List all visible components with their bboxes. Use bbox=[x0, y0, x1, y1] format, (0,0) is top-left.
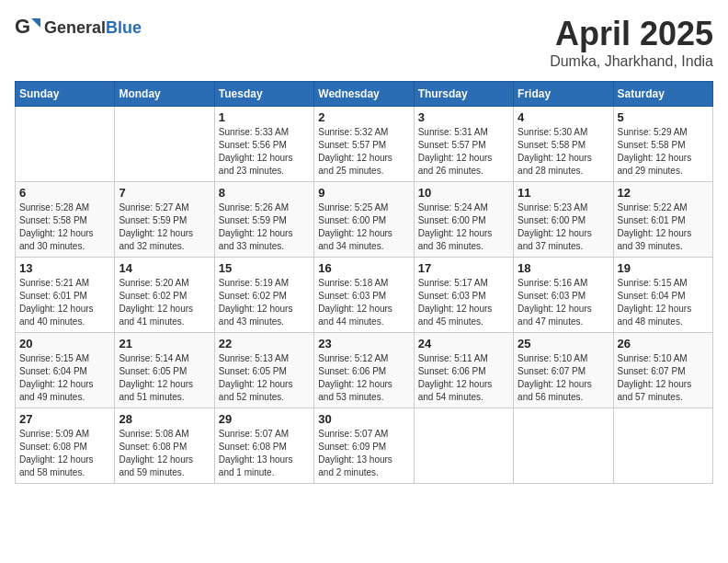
calendar-day-cell: 26Sunrise: 5:10 AM Sunset: 6:07 PM Dayli… bbox=[613, 333, 712, 408]
calendar-day-cell: 5Sunrise: 5:29 AM Sunset: 5:58 PM Daylig… bbox=[613, 107, 712, 182]
calendar-day-cell bbox=[514, 408, 613, 484]
day-number: 15 bbox=[219, 261, 310, 275]
day-number: 10 bbox=[418, 186, 509, 200]
calendar-day-cell: 17Sunrise: 5:17 AM Sunset: 6:03 PM Dayli… bbox=[414, 258, 513, 333]
calendar-day-cell bbox=[613, 408, 712, 484]
calendar-weekday-header: Friday bbox=[514, 82, 613, 107]
day-info: Sunrise: 5:32 AM Sunset: 5:57 PM Dayligh… bbox=[318, 126, 409, 178]
day-number: 30 bbox=[318, 412, 409, 426]
calendar-day-cell: 1Sunrise: 5:33 AM Sunset: 5:56 PM Daylig… bbox=[214, 107, 313, 182]
calendar-day-cell bbox=[115, 107, 214, 182]
day-number: 17 bbox=[418, 261, 509, 275]
calendar-weekday-header: Wednesday bbox=[314, 82, 414, 107]
day-number: 14 bbox=[119, 261, 210, 275]
logo-blue-text: Blue bbox=[106, 18, 142, 37]
day-number: 22 bbox=[219, 337, 310, 350]
day-number: 9 bbox=[318, 186, 409, 200]
day-info: Sunrise: 5:26 AM Sunset: 5:59 PM Dayligh… bbox=[219, 201, 310, 253]
day-info: Sunrise: 5:08 AM Sunset: 6:08 PM Dayligh… bbox=[119, 428, 210, 479]
day-info: Sunrise: 5:10 AM Sunset: 6:07 PM Dayligh… bbox=[518, 352, 609, 404]
calendar-day-cell: 3Sunrise: 5:31 AM Sunset: 5:57 PM Daylig… bbox=[414, 107, 513, 182]
day-number: 24 bbox=[418, 337, 509, 350]
calendar-day-cell: 23Sunrise: 5:12 AM Sunset: 6:06 PM Dayli… bbox=[314, 333, 414, 408]
day-number: 2 bbox=[318, 110, 409, 124]
location-title: Dumka, Jharkhand, India bbox=[550, 53, 713, 70]
day-number: 28 bbox=[119, 412, 210, 426]
day-info: Sunrise: 5:07 AM Sunset: 6:08 PM Dayligh… bbox=[219, 428, 310, 479]
page-header: G GeneralBlue April 2025 Dumka, Jharkhan… bbox=[15, 15, 713, 70]
day-info: Sunrise: 5:24 AM Sunset: 6:00 PM Dayligh… bbox=[418, 201, 509, 253]
calendar-header-row: SundayMondayTuesdayWednesdayThursdayFrid… bbox=[16, 82, 713, 107]
day-number: 25 bbox=[518, 337, 609, 350]
day-info: Sunrise: 5:16 AM Sunset: 6:03 PM Dayligh… bbox=[518, 277, 609, 328]
calendar-week-row: 20Sunrise: 5:15 AM Sunset: 6:04 PM Dayli… bbox=[16, 333, 713, 408]
day-info: Sunrise: 5:28 AM Sunset: 5:58 PM Dayligh… bbox=[19, 201, 110, 253]
day-number: 11 bbox=[518, 186, 609, 200]
day-number: 18 bbox=[518, 261, 609, 275]
day-info: Sunrise: 5:11 AM Sunset: 6:06 PM Dayligh… bbox=[418, 352, 509, 404]
day-info: Sunrise: 5:18 AM Sunset: 6:03 PM Dayligh… bbox=[318, 277, 409, 328]
day-number: 19 bbox=[618, 261, 709, 275]
day-number: 27 bbox=[19, 412, 110, 426]
day-info: Sunrise: 5:27 AM Sunset: 5:59 PM Dayligh… bbox=[119, 201, 210, 253]
calendar-day-cell: 25Sunrise: 5:10 AM Sunset: 6:07 PM Dayli… bbox=[514, 333, 613, 408]
day-info: Sunrise: 5:33 AM Sunset: 5:56 PM Dayligh… bbox=[219, 126, 310, 178]
calendar-day-cell: 20Sunrise: 5:15 AM Sunset: 6:04 PM Dayli… bbox=[16, 333, 115, 408]
calendar-weekday-header: Saturday bbox=[613, 82, 712, 107]
day-number: 26 bbox=[618, 337, 709, 350]
day-info: Sunrise: 5:15 AM Sunset: 6:04 PM Dayligh… bbox=[618, 277, 709, 328]
day-info: Sunrise: 5:15 AM Sunset: 6:04 PM Dayligh… bbox=[19, 352, 110, 404]
calendar-day-cell: 9Sunrise: 5:25 AM Sunset: 6:00 PM Daylig… bbox=[314, 182, 414, 258]
logo-icon: G bbox=[15, 15, 40, 40]
day-info: Sunrise: 5:29 AM Sunset: 5:58 PM Dayligh… bbox=[618, 126, 709, 178]
calendar-day-cell bbox=[414, 408, 513, 484]
day-info: Sunrise: 5:21 AM Sunset: 6:01 PM Dayligh… bbox=[19, 277, 110, 328]
calendar-day-cell: 19Sunrise: 5:15 AM Sunset: 6:04 PM Dayli… bbox=[613, 258, 712, 333]
calendar-weekday-header: Monday bbox=[115, 82, 214, 107]
day-number: 23 bbox=[318, 337, 409, 350]
day-info: Sunrise: 5:17 AM Sunset: 6:03 PM Dayligh… bbox=[418, 277, 509, 328]
calendar-day-cell: 24Sunrise: 5:11 AM Sunset: 6:06 PM Dayli… bbox=[414, 333, 513, 408]
calendar-day-cell: 18Sunrise: 5:16 AM Sunset: 6:03 PM Dayli… bbox=[514, 258, 613, 333]
calendar-day-cell: 6Sunrise: 5:28 AM Sunset: 5:58 PM Daylig… bbox=[16, 182, 115, 258]
calendar-day-cell: 14Sunrise: 5:20 AM Sunset: 6:02 PM Dayli… bbox=[115, 258, 214, 333]
day-info: Sunrise: 5:20 AM Sunset: 6:02 PM Dayligh… bbox=[119, 277, 210, 328]
calendar-day-cell: 13Sunrise: 5:21 AM Sunset: 6:01 PM Dayli… bbox=[16, 258, 115, 333]
day-number: 21 bbox=[119, 337, 210, 350]
calendar-week-row: 13Sunrise: 5:21 AM Sunset: 6:01 PM Dayli… bbox=[16, 258, 713, 333]
day-number: 20 bbox=[19, 337, 110, 350]
logo: G GeneralBlue bbox=[15, 15, 142, 40]
day-number: 13 bbox=[19, 261, 110, 275]
day-info: Sunrise: 5:19 AM Sunset: 6:02 PM Dayligh… bbox=[219, 277, 310, 328]
calendar-week-row: 6Sunrise: 5:28 AM Sunset: 5:58 PM Daylig… bbox=[16, 182, 713, 258]
calendar-day-cell: 30Sunrise: 5:07 AM Sunset: 6:09 PM Dayli… bbox=[314, 408, 414, 484]
day-info: Sunrise: 5:25 AM Sunset: 6:00 PM Dayligh… bbox=[318, 201, 409, 253]
calendar-day-cell: 28Sunrise: 5:08 AM Sunset: 6:08 PM Dayli… bbox=[115, 408, 214, 484]
month-title: April 2025 bbox=[550, 15, 713, 53]
day-info: Sunrise: 5:12 AM Sunset: 6:06 PM Dayligh… bbox=[318, 352, 409, 404]
day-info: Sunrise: 5:10 AM Sunset: 6:07 PM Dayligh… bbox=[618, 352, 709, 404]
day-info: Sunrise: 5:09 AM Sunset: 6:08 PM Dayligh… bbox=[19, 428, 110, 479]
calendar-day-cell: 21Sunrise: 5:14 AM Sunset: 6:05 PM Dayli… bbox=[115, 333, 214, 408]
calendar-weekday-header: Tuesday bbox=[214, 82, 313, 107]
calendar-day-cell: 8Sunrise: 5:26 AM Sunset: 5:59 PM Daylig… bbox=[214, 182, 313, 258]
calendar-day-cell: 12Sunrise: 5:22 AM Sunset: 6:01 PM Dayli… bbox=[613, 182, 712, 258]
day-info: Sunrise: 5:14 AM Sunset: 6:05 PM Dayligh… bbox=[119, 352, 210, 404]
calendar-day-cell: 10Sunrise: 5:24 AM Sunset: 6:00 PM Dayli… bbox=[414, 182, 513, 258]
svg-text:G: G bbox=[15, 15, 30, 38]
day-number: 29 bbox=[219, 412, 310, 426]
day-info: Sunrise: 5:30 AM Sunset: 5:58 PM Dayligh… bbox=[518, 126, 609, 178]
day-number: 6 bbox=[19, 186, 110, 200]
calendar-day-cell: 15Sunrise: 5:19 AM Sunset: 6:02 PM Dayli… bbox=[214, 258, 313, 333]
calendar-day-cell: 22Sunrise: 5:13 AM Sunset: 6:05 PM Dayli… bbox=[214, 333, 313, 408]
day-number: 1 bbox=[219, 110, 310, 124]
calendar-day-cell bbox=[16, 107, 115, 182]
day-number: 4 bbox=[518, 110, 609, 124]
logo-general-text: General bbox=[44, 18, 106, 37]
day-number: 5 bbox=[618, 110, 709, 124]
calendar-day-cell: 2Sunrise: 5:32 AM Sunset: 5:57 PM Daylig… bbox=[314, 107, 414, 182]
day-info: Sunrise: 5:31 AM Sunset: 5:57 PM Dayligh… bbox=[418, 126, 509, 178]
calendar-week-row: 27Sunrise: 5:09 AM Sunset: 6:08 PM Dayli… bbox=[16, 408, 713, 484]
calendar-week-row: 1Sunrise: 5:33 AM Sunset: 5:56 PM Daylig… bbox=[16, 107, 713, 182]
svg-marker-1 bbox=[31, 18, 40, 28]
